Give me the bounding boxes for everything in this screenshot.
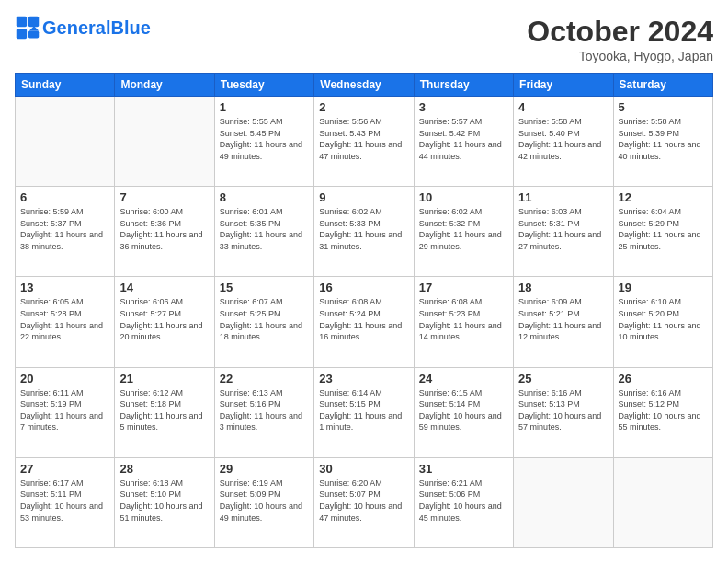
calendar-cell: 2Sunrise: 5:56 AM Sunset: 5:43 PM Daylig… [314, 97, 414, 187]
calendar-cell: 6Sunrise: 5:59 AM Sunset: 5:37 PM Daylig… [16, 187, 115, 277]
day-info: Sunrise: 6:04 AM Sunset: 5:29 PM Dayligh… [619, 206, 708, 252]
col-header-thursday: Thursday [414, 74, 513, 97]
day-info: Sunrise: 5:55 AM Sunset: 5:45 PM Dayligh… [220, 116, 309, 162]
calendar-cell: 10Sunrise: 6:02 AM Sunset: 5:32 PM Dayli… [414, 187, 513, 277]
calendar-cell [514, 457, 613, 547]
day-number: 14 [119, 281, 209, 294]
day-info: Sunrise: 6:14 AM Sunset: 5:15 PM Dayligh… [319, 387, 408, 433]
calendar-cell: 15Sunrise: 6:07 AM Sunset: 5:25 PM Dayli… [214, 277, 313, 367]
day-info: Sunrise: 6:18 AM Sunset: 5:10 PM Dayligh… [119, 477, 209, 523]
day-info: Sunrise: 6:16 AM Sunset: 5:13 PM Dayligh… [518, 387, 608, 433]
header: GeneralBlue October 2024 Toyooka, Hyogo,… [15, 15, 713, 63]
day-number: 26 [619, 372, 708, 385]
day-info: Sunrise: 6:13 AM Sunset: 5:16 PM Dayligh… [220, 387, 309, 433]
calendar-cell: 23Sunrise: 6:14 AM Sunset: 5:15 PM Dayli… [314, 367, 414, 457]
day-info: Sunrise: 6:00 AM Sunset: 5:36 PM Dayligh… [119, 206, 209, 252]
calendar-cell: 30Sunrise: 6:20 AM Sunset: 5:07 PM Dayli… [314, 457, 414, 547]
calendar-cell [16, 97, 115, 187]
month-title: October 2024 [527, 15, 713, 49]
calendar-cell: 21Sunrise: 6:12 AM Sunset: 5:18 PM Dayli… [115, 367, 214, 457]
calendar-cell: 26Sunrise: 6:16 AM Sunset: 5:12 PM Dayli… [613, 367, 712, 457]
logo-icon [15, 15, 40, 40]
col-header-monday: Monday [115, 74, 214, 97]
day-number: 9 [319, 190, 408, 204]
svg-rect-0 [17, 17, 27, 27]
day-info: Sunrise: 5:57 AM Sunset: 5:42 PM Dayligh… [419, 116, 508, 162]
day-number: 29 [220, 462, 309, 476]
day-number: 28 [119, 462, 209, 476]
day-number: 19 [619, 281, 708, 294]
day-info: Sunrise: 6:06 AM Sunset: 5:27 PM Dayligh… [119, 296, 209, 342]
calendar-cell: 4Sunrise: 5:58 AM Sunset: 5:40 PM Daylig… [514, 97, 613, 187]
day-number: 22 [220, 372, 309, 385]
day-number: 31 [419, 462, 508, 476]
page: GeneralBlue October 2024 Toyooka, Hyogo,… [0, 0, 728, 563]
day-info: Sunrise: 6:03 AM Sunset: 5:31 PM Dayligh… [518, 206, 608, 252]
week-row-1: 1Sunrise: 5:55 AM Sunset: 5:45 PM Daylig… [16, 97, 713, 187]
day-info: Sunrise: 5:58 AM Sunset: 5:39 PM Dayligh… [619, 116, 708, 162]
day-info: Sunrise: 6:07 AM Sunset: 5:25 PM Dayligh… [220, 296, 309, 342]
day-number: 17 [419, 281, 508, 294]
calendar-cell: 19Sunrise: 6:10 AM Sunset: 5:20 PM Dayli… [613, 277, 712, 367]
calendar-cell: 28Sunrise: 6:18 AM Sunset: 5:10 PM Dayli… [115, 457, 214, 547]
calendar-cell: 11Sunrise: 6:03 AM Sunset: 5:31 PM Dayli… [514, 187, 613, 277]
day-number: 7 [119, 190, 209, 204]
day-info: Sunrise: 6:21 AM Sunset: 5:06 PM Dayligh… [419, 477, 508, 523]
col-header-saturday: Saturday [613, 74, 712, 97]
title-block: October 2024 Toyooka, Hyogo, Japan [527, 15, 713, 63]
svg-rect-4 [28, 31, 39, 39]
calendar-cell: 5Sunrise: 5:58 AM Sunset: 5:39 PM Daylig… [613, 97, 712, 187]
day-info: Sunrise: 6:19 AM Sunset: 5:09 PM Dayligh… [220, 477, 309, 523]
col-header-tuesday: Tuesday [214, 74, 313, 97]
week-row-2: 6Sunrise: 5:59 AM Sunset: 5:37 PM Daylig… [16, 187, 713, 277]
calendar-cell: 12Sunrise: 6:04 AM Sunset: 5:29 PM Dayli… [613, 187, 712, 277]
day-number: 15 [220, 281, 309, 294]
calendar-cell: 14Sunrise: 6:06 AM Sunset: 5:27 PM Dayli… [115, 277, 214, 367]
day-number: 2 [319, 100, 408, 114]
day-info: Sunrise: 6:01 AM Sunset: 5:35 PM Dayligh… [220, 206, 309, 252]
col-header-friday: Friday [514, 74, 613, 97]
day-number: 23 [319, 372, 408, 385]
svg-rect-2 [17, 29, 27, 39]
day-info: Sunrise: 6:11 AM Sunset: 5:19 PM Dayligh… [20, 387, 109, 433]
day-info: Sunrise: 5:56 AM Sunset: 5:43 PM Dayligh… [319, 116, 408, 162]
calendar-cell: 9Sunrise: 6:02 AM Sunset: 5:33 PM Daylig… [314, 187, 414, 277]
day-number: 13 [20, 281, 109, 294]
day-number: 12 [619, 190, 708, 204]
col-header-sunday: Sunday [16, 74, 115, 97]
day-info: Sunrise: 6:05 AM Sunset: 5:28 PM Dayligh… [20, 296, 109, 342]
calendar-cell: 31Sunrise: 6:21 AM Sunset: 5:06 PM Dayli… [414, 457, 513, 547]
day-number: 25 [518, 372, 608, 385]
calendar-cell: 27Sunrise: 6:17 AM Sunset: 5:11 PM Dayli… [16, 457, 115, 547]
calendar-cell: 22Sunrise: 6:13 AM Sunset: 5:16 PM Dayli… [214, 367, 313, 457]
day-number: 21 [119, 372, 209, 385]
day-number: 16 [319, 281, 408, 294]
calendar-cell [613, 457, 712, 547]
logo: GeneralBlue [15, 15, 151, 40]
day-number: 24 [419, 372, 508, 385]
day-number: 1 [220, 100, 309, 114]
calendar-cell: 29Sunrise: 6:19 AM Sunset: 5:09 PM Dayli… [214, 457, 313, 547]
calendar-cell: 17Sunrise: 6:08 AM Sunset: 5:23 PM Dayli… [414, 277, 513, 367]
day-number: 27 [20, 462, 109, 476]
day-info: Sunrise: 5:58 AM Sunset: 5:40 PM Dayligh… [518, 116, 608, 162]
day-number: 5 [619, 100, 708, 114]
day-info: Sunrise: 6:10 AM Sunset: 5:20 PM Dayligh… [619, 296, 708, 342]
calendar-cell: 7Sunrise: 6:00 AM Sunset: 5:36 PM Daylig… [115, 187, 214, 277]
location: Toyooka, Hyogo, Japan [527, 49, 713, 63]
logo-general: General [42, 17, 110, 38]
calendar-cell: 24Sunrise: 6:15 AM Sunset: 5:14 PM Dayli… [414, 367, 513, 457]
calendar-cell: 3Sunrise: 5:57 AM Sunset: 5:42 PM Daylig… [414, 97, 513, 187]
day-number: 20 [20, 372, 109, 385]
header-row: SundayMondayTuesdayWednesdayThursdayFrid… [16, 74, 713, 97]
week-row-3: 13Sunrise: 6:05 AM Sunset: 5:28 PM Dayli… [16, 277, 713, 367]
day-info: Sunrise: 6:20 AM Sunset: 5:07 PM Dayligh… [319, 477, 408, 523]
day-info: Sunrise: 6:02 AM Sunset: 5:32 PM Dayligh… [419, 206, 508, 252]
calendar-cell: 13Sunrise: 6:05 AM Sunset: 5:28 PM Dayli… [16, 277, 115, 367]
day-info: Sunrise: 6:16 AM Sunset: 5:12 PM Dayligh… [619, 387, 708, 433]
day-info: Sunrise: 6:17 AM Sunset: 5:11 PM Dayligh… [20, 477, 109, 523]
calendar-table: SundayMondayTuesdayWednesdayThursdayFrid… [15, 73, 713, 548]
day-number: 30 [319, 462, 408, 476]
calendar-cell: 25Sunrise: 6:16 AM Sunset: 5:13 PM Dayli… [514, 367, 613, 457]
day-number: 18 [518, 281, 608, 294]
